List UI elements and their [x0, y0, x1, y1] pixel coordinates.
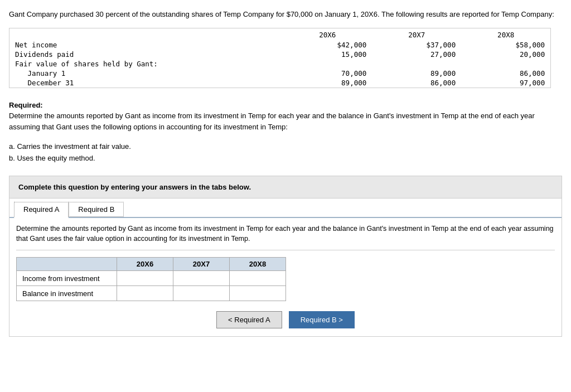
row-net-income-20x6: $42,000	[283, 40, 372, 50]
answer-table-header: 20X6 20X7 20X8	[17, 258, 286, 271]
income-20x8-cell	[230, 271, 286, 286]
complete-box-text: Complete this question by entering your …	[18, 183, 251, 191]
tab-content: Determine the amounts reported by Gant a…	[9, 218, 562, 337]
balance-label: Balance in investment	[17, 286, 117, 301]
answer-col-20x8: 20X8	[230, 258, 286, 271]
tab-required-a-label: Required A	[23, 205, 59, 214]
income-label: Income from investment	[17, 271, 117, 286]
row-fairvalue-20x7	[372, 59, 461, 69]
table-row: Balance in investment	[17, 286, 286, 301]
required-heading: Required:	[9, 101, 43, 109]
income-20x7-input[interactable]	[173, 271, 229, 285]
prev-button[interactable]: < Required A	[216, 311, 282, 328]
balance-20x7-input[interactable]	[173, 286, 229, 301]
option-a: a. Carries the investment at fair value.	[9, 141, 562, 153]
balance-20x7-cell	[173, 286, 230, 301]
balance-20x8-input[interactable]	[230, 286, 286, 301]
col-label-header	[9, 28, 283, 40]
income-20x6-input[interactable]	[117, 271, 173, 285]
row-fairvalue-label: Fair value of shares held by Gant:	[9, 59, 283, 69]
row-jan1-20x8: 86,000	[461, 69, 550, 78]
income-20x8-input[interactable]	[230, 271, 286, 285]
row-jan1-20x7: 89,000	[372, 69, 461, 78]
row-net-income-label: Net income	[9, 40, 283, 50]
table-row: Income from investment	[17, 271, 286, 286]
required-section: Required: Determine the amounts reported…	[9, 100, 562, 133]
table-row: Dividends paid 15,000 27,000 20,000	[9, 50, 550, 59]
row-dividends-20x6: 15,000	[283, 50, 372, 59]
required-text: Determine the amounts reported by Gant a…	[9, 110, 562, 132]
table-row: Net income $42,000 $37,000 $58,000	[9, 40, 550, 50]
row-jan1-20x6: 70,000	[283, 69, 372, 78]
balance-20x6-cell	[117, 286, 173, 301]
row-net-income-20x7: $37,000	[372, 40, 461, 50]
option-b: b. Uses the equity method.	[9, 153, 562, 164]
tab-required-b[interactable]: Required B	[69, 202, 124, 217]
complete-box: Complete this question by entering your …	[9, 176, 562, 199]
table-header-row: 20X6 20X7 20X8	[9, 28, 550, 40]
options-section: a. Carries the investment at fair value.…	[9, 141, 562, 164]
data-table-wrapper: 20X6 20X7 20X8 Net income $42,000 $37,00…	[9, 28, 551, 88]
answer-col-label	[17, 258, 117, 271]
answer-col-20x6: 20X6	[117, 258, 173, 271]
answer-col-20x7: 20X7	[173, 258, 230, 271]
next-button[interactable]: Required B >	[289, 311, 355, 328]
row-fairvalue-20x8	[461, 59, 550, 69]
next-button-label: Required B >	[301, 316, 343, 324]
tab-required-b-label: Required B	[78, 205, 114, 214]
row-fairvalue-20x6	[283, 59, 372, 69]
row-dec31-20x6: 89,000	[283, 78, 372, 88]
balance-20x6-input[interactable]	[117, 286, 173, 301]
data-table: 20X6 20X7 20X8 Net income $42,000 $37,00…	[9, 28, 550, 88]
income-20x6-cell	[117, 271, 173, 286]
row-dividends-20x7: 27,000	[372, 50, 461, 59]
row-net-income-20x8: $58,000	[461, 40, 550, 50]
tab-required-a[interactable]: Required A	[14, 202, 69, 218]
row-dec31-20x7: 86,000	[372, 78, 461, 88]
col-20x6-header: 20X6	[283, 28, 372, 40]
balance-20x8-cell	[230, 286, 286, 301]
row-jan1-label: January 1	[9, 69, 283, 78]
table-row: December 31 89,000 86,000 97,000	[9, 78, 550, 88]
row-dividends-label: Dividends paid	[9, 50, 283, 59]
row-dec31-label: December 31	[9, 78, 283, 88]
tab-description: Determine the amounts reported by Gant a…	[16, 224, 555, 251]
row-dec31-20x8: 97,000	[461, 78, 550, 88]
intro-text: Gant Company purchased 30 percent of the…	[9, 9, 562, 20]
income-20x7-cell	[173, 271, 230, 286]
tabs-row: Required A Required B	[9, 199, 562, 218]
col-20x8-header: 20X8	[461, 28, 550, 40]
table-row: Fair value of shares held by Gant:	[9, 59, 550, 69]
col-20x7-header: 20X7	[372, 28, 461, 40]
table-row: January 1 70,000 89,000 86,000	[9, 69, 550, 78]
answer-table: 20X6 20X7 20X8 Income from investment	[16, 257, 286, 301]
tabs-area: Required A Required B Determine the amou…	[9, 199, 562, 337]
row-dividends-20x8: 20,000	[461, 50, 550, 59]
prev-button-label: < Required A	[228, 316, 270, 324]
nav-buttons: < Required A Required B >	[16, 311, 555, 328]
